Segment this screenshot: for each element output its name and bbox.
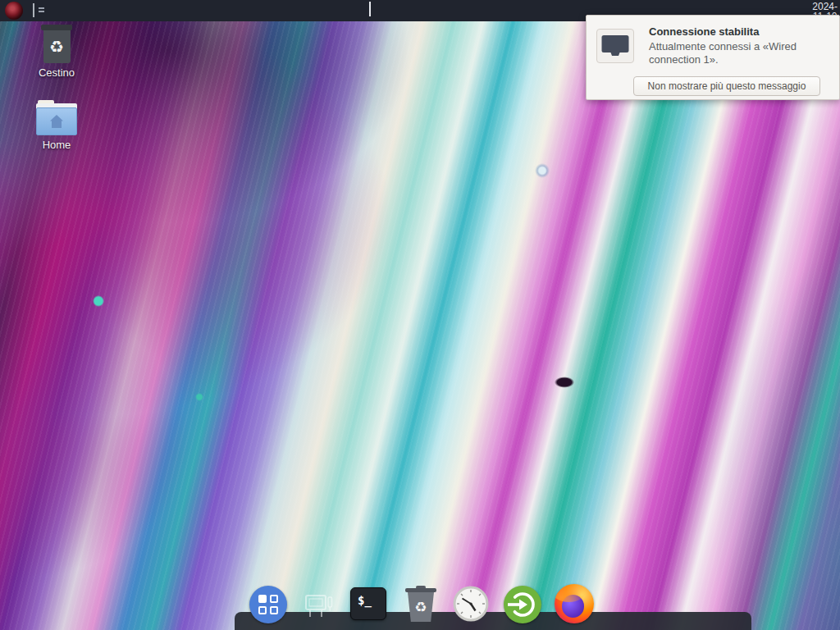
notification-icon-box xyxy=(596,29,634,63)
dock-item-logout[interactable] xyxy=(504,586,541,623)
dock-item-firefox[interactable] xyxy=(555,584,594,623)
desktop-icon-trash[interactable]: ♻ Cestino xyxy=(30,25,84,79)
dock-item-applications-menu[interactable] xyxy=(249,586,287,623)
dismiss-notification-button[interactable]: Non mostrare più questo messaggio xyxy=(633,76,820,96)
display-tool-icon xyxy=(302,589,335,622)
notification-popup: Connessione stabilita Attualmente connes… xyxy=(586,15,840,100)
dock-item-clock[interactable] xyxy=(452,585,490,623)
desktop-icon-label: Cestino xyxy=(30,66,84,79)
dock-item-display-tool[interactable] xyxy=(302,589,335,622)
panel-caret xyxy=(369,2,371,16)
trash-can-icon: ♻ xyxy=(408,592,434,622)
dock-item-trash[interactable]: ♻ xyxy=(404,586,437,623)
notification-title: Connessione stabilita xyxy=(649,25,759,38)
home-folder-icon xyxy=(36,100,77,136)
desktop-icon-label: Home xyxy=(30,139,84,151)
dock-item-terminal[interactable]: $_ xyxy=(350,587,386,620)
trash-lid xyxy=(405,588,436,592)
panel-divider xyxy=(33,3,34,17)
house-icon xyxy=(48,114,65,129)
wired-network-icon xyxy=(600,34,630,58)
desktop-icon-home[interactable]: Home xyxy=(30,100,84,151)
recycle-symbol-icon: ♻ xyxy=(414,600,427,614)
analog-clock-icon xyxy=(452,585,490,623)
trash-can-icon: ♻ xyxy=(41,25,72,64)
recycle-symbol-icon: ♻ xyxy=(49,39,64,55)
notification-body: Attualmente connessi a «Wired connection… xyxy=(649,40,834,66)
menu-lines-icon[interactable] xyxy=(39,7,44,14)
distro-logo-icon[interactable] xyxy=(5,2,23,20)
terminal-prompt-glyph: $_ xyxy=(358,594,372,607)
app-grid-icon xyxy=(258,595,278,614)
logout-icon xyxy=(504,586,541,623)
